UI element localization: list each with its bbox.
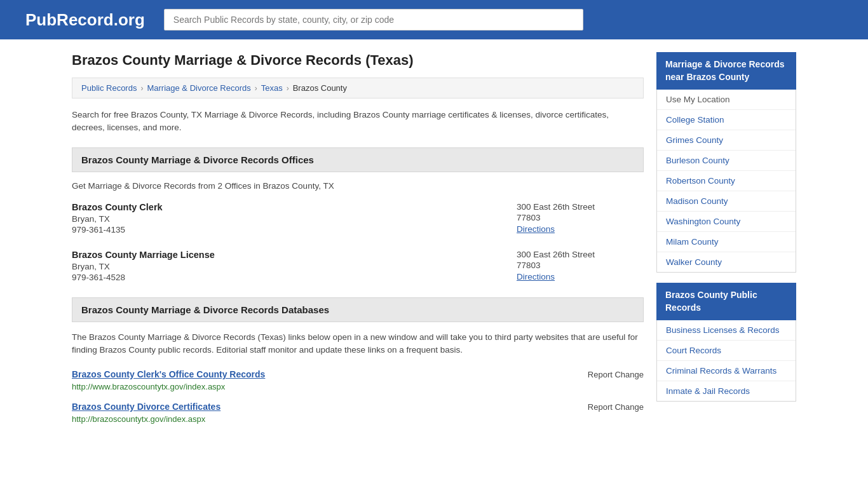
directions-link-2[interactable]: Directions <box>517 272 555 281</box>
sidebar-nearby-list: Use My Location College Station Grimes C… <box>656 90 796 273</box>
breadcrumb: Public Records › Marriage & Divorce Reco… <box>72 78 644 98</box>
report-change-1[interactable]: Report Change <box>588 370 644 379</box>
sidebar-business-licenses[interactable]: Business Licenses & Records <box>657 320 796 341</box>
office-address-2: 300 East 26th Street <box>517 250 644 259</box>
sidebar-nearby-milam[interactable]: Milam County <box>657 232 796 252</box>
report-change-2[interactable]: Report Change <box>588 402 644 412</box>
sidebar-nearby-grimes[interactable]: Grimes County <box>657 130 796 151</box>
db-entry-header-2: Brazos County Divorce Certificates Repor… <box>72 402 644 412</box>
sidebar-nearby-header: Marriage & Divorce Records near Brazos C… <box>656 52 796 90</box>
office-zip-1: 77803 <box>517 213 644 222</box>
sidebar-public-records-header: Brazos County Public Records <box>656 283 796 320</box>
office-name-2: Brazos County Marriage License <box>72 250 517 260</box>
office-city-1: Bryan, TX <box>72 214 517 224</box>
office-right-1: 300 East 26th Street 77803 Directions <box>517 202 644 236</box>
office-left-1: Brazos County Clerk Bryan, TX 979-361-41… <box>72 202 517 236</box>
db-url-1[interactable]: http://www.brazoscountytx.gov/index.aspx <box>72 382 225 391</box>
databases-description: The Brazos County Marriage & Divorce Rec… <box>72 331 644 357</box>
office-right-2: 300 East 26th Street 77803 Directions <box>517 250 644 283</box>
sidebar-nearby-madison[interactable]: Madison County <box>657 191 796 212</box>
office-entry-2: Brazos County Marriage License Bryan, TX… <box>72 250 644 283</box>
office-zip-2: 77803 <box>517 261 644 270</box>
office-city-2: Bryan, TX <box>72 262 517 271</box>
sidebar-inmate-records[interactable]: Inmate & Jail Records <box>657 381 796 401</box>
sidebar-court-records[interactable]: Court Records <box>657 341 796 361</box>
db-title-1[interactable]: Brazos County Clerk's Office County Reco… <box>72 369 265 379</box>
content-area: Brazos County Marriage & Divorce Records… <box>72 52 644 434</box>
breadcrumb-texas[interactable]: Texas <box>261 83 283 93</box>
sidebar-nearby-washington[interactable]: Washington County <box>657 212 796 232</box>
breadcrumb-sep-2: › <box>255 84 257 93</box>
sidebar-criminal-records[interactable]: Criminal Records & Warrants <box>657 361 796 381</box>
db-title-2[interactable]: Brazos County Divorce Certificates <box>72 402 220 412</box>
office-address-1: 300 East 26th Street <box>517 202 644 212</box>
office-name-1: Brazos County Clerk <box>72 202 517 212</box>
page-title: Brazos County Marriage & Divorce Records… <box>72 52 644 69</box>
databases-section-header: Brazos County Marriage & Divorce Records… <box>72 297 644 322</box>
offices-section-header: Brazos County Marriage & Divorce Records… <box>72 147 644 172</box>
sidebar-nearby-burleson[interactable]: Burleson County <box>657 151 796 171</box>
sidebar-nearby-college-station[interactable]: College Station <box>657 110 796 130</box>
breadcrumb-brazos-county: Brazos County <box>293 83 347 93</box>
sidebar-use-location[interactable]: Use My Location <box>657 90 796 110</box>
db-entry-1: Brazos County Clerk's Office County Reco… <box>72 369 644 391</box>
sidebar-nearby-walker[interactable]: Walker County <box>657 252 796 272</box>
site-logo[interactable]: PubRecord.org <box>25 10 145 30</box>
breadcrumb-marriage-divorce[interactable]: Marriage & Divorce Records <box>147 83 250 93</box>
search-input[interactable] <box>164 9 583 30</box>
sidebar-public-records-list: Business Licenses & Records Court Record… <box>656 320 796 402</box>
office-phone-2: 979-361-4528 <box>72 273 517 282</box>
breadcrumb-sep-3: › <box>287 84 289 93</box>
search-box[interactable] <box>164 9 583 30</box>
site-header: PubRecord.org <box>0 0 868 39</box>
office-phone-1: 979-361-4135 <box>72 225 517 234</box>
page-description: Search for free Brazos County, TX Marria… <box>72 109 644 135</box>
breadcrumb-public-records[interactable]: Public Records <box>81 83 137 93</box>
directions-link-1[interactable]: Directions <box>517 224 555 234</box>
office-left-2: Brazos County Marriage License Bryan, TX… <box>72 250 517 283</box>
sidebar-nearby-robertson[interactable]: Robertson County <box>657 171 796 191</box>
db-url-2[interactable]: http://brazoscountytx.gov/index.aspx <box>72 414 205 424</box>
db-entry-header-1: Brazos County Clerk's Office County Reco… <box>72 369 644 379</box>
db-entry-2: Brazos County Divorce Certificates Repor… <box>72 402 644 424</box>
breadcrumb-sep-1: › <box>140 84 143 93</box>
main-layout: Brazos County Marriage & Divorce Records… <box>53 39 815 447</box>
office-entry-1: Brazos County Clerk Bryan, TX 979-361-41… <box>72 202 644 236</box>
offices-description: Get Marriage & Divorce Records from 2 Of… <box>72 181 644 191</box>
sidebar: Marriage & Divorce Records near Brazos C… <box>656 52 796 434</box>
